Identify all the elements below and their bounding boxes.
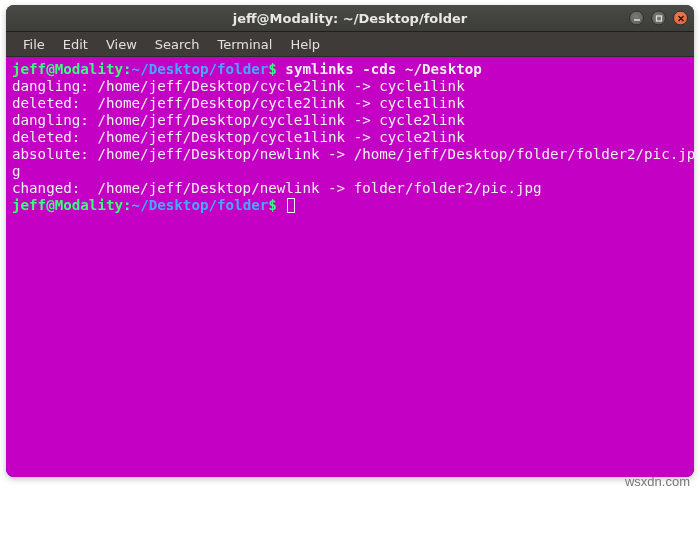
- prompt-path: ~/Desktop/folder: [132, 197, 269, 213]
- output-line: changed: /home/jeff/Desktop/newlink -> f…: [12, 180, 542, 196]
- prompt-path: ~/Desktop/folder: [132, 61, 269, 77]
- prompt-user: jeff@Modality: [12, 61, 123, 77]
- menu-edit[interactable]: Edit: [54, 34, 97, 55]
- output-line: deleted: /home/jeff/Desktop/cycle1link -…: [12, 129, 465, 145]
- output-line: g: [12, 163, 21, 179]
- menu-terminal[interactable]: Terminal: [208, 34, 281, 55]
- prompt-user: jeff@Modality: [12, 197, 123, 213]
- terminal-window: jeff@Modality: ~/Desktop/folder File Edi…: [6, 5, 694, 477]
- output-line: deleted: /home/jeff/Desktop/cycle2link -…: [12, 95, 465, 111]
- close-icon: [677, 14, 685, 22]
- output-line: dangling: /home/jeff/Desktop/cycle2link …: [12, 78, 465, 94]
- output-line: absolute: /home/jeff/Desktop/newlink -> …: [12, 146, 694, 162]
- prompt-symbol: $: [268, 197, 277, 213]
- window-controls: [629, 11, 688, 26]
- svg-rect-1: [656, 16, 661, 21]
- menu-file[interactable]: File: [14, 34, 54, 55]
- menu-help[interactable]: Help: [281, 34, 329, 55]
- output-line: dangling: /home/jeff/Desktop/cycle1link …: [12, 112, 465, 128]
- menu-view[interactable]: View: [97, 34, 146, 55]
- prompt-sep: :: [123, 197, 132, 213]
- minimize-icon: [633, 14, 641, 22]
- menubar: File Edit View Search Terminal Help: [6, 32, 694, 57]
- prompt-symbol: $: [268, 61, 277, 77]
- maximize-button[interactable]: [651, 11, 666, 26]
- titlebar: jeff@Modality: ~/Desktop/folder: [6, 5, 694, 32]
- close-button[interactable]: [673, 11, 688, 26]
- cursor: [287, 198, 295, 213]
- minimize-button[interactable]: [629, 11, 644, 26]
- command-text: symlinks -cds ~/Desktop: [285, 61, 481, 77]
- watermark: wsxdn.com: [625, 474, 690, 489]
- window-title: jeff@Modality: ~/Desktop/folder: [233, 11, 467, 26]
- terminal-area[interactable]: jeff@Modality:~/Desktop/folder$ symlinks…: [6, 57, 694, 477]
- prompt-sep: :: [123, 61, 132, 77]
- menu-search[interactable]: Search: [146, 34, 209, 55]
- maximize-icon: [655, 14, 663, 22]
